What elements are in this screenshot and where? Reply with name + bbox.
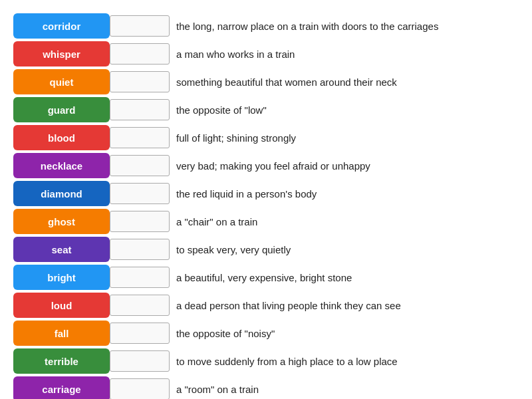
definition-row: the opposite of "noisy": [110, 321, 519, 346]
answer-input-7[interactable]: [110, 211, 170, 232]
word-tag-quiet[interactable]: quiet: [13, 69, 110, 94]
answer-input-12[interactable]: [110, 350, 170, 372]
definition-row: a "room" on a train: [110, 376, 519, 399]
definition-text: very bad; making you feel afraid or unha…: [176, 160, 370, 172]
definition-row: to move suddenly from a high place to a …: [110, 348, 519, 374]
definition-text: the opposite of "noisy": [176, 328, 275, 339]
definition-row: a "chair" on a train: [110, 209, 519, 234]
definition-text: to move suddenly from a high place to a …: [176, 356, 398, 367]
word-tag-whisper[interactable]: whisper: [13, 41, 110, 66]
definition-row: something beautiful that women around th…: [110, 69, 519, 94]
answer-input-11[interactable]: [110, 323, 170, 344]
word-tag-bright[interactable]: bright: [13, 265, 110, 290]
definition-text: a man who works in a train: [176, 49, 295, 60]
definition-row: very bad; making you feel afraid or unha…: [110, 153, 519, 178]
word-tag-seat[interactable]: seat: [13, 237, 110, 262]
definition-text: to speak very, very quietly: [176, 244, 291, 255]
definition-text: full of light; shining strongly: [176, 132, 296, 144]
definition-text: the opposite of "low": [176, 104, 267, 116]
definition-text: a beautiful, very expensive, bright ston…: [176, 272, 352, 283]
definition-row: the long, narrow place on a train with d…: [110, 13, 519, 39]
definition-row: a dead person that living people think t…: [110, 293, 519, 318]
word-tag-guard[interactable]: guard: [13, 97, 110, 122]
definition-row: full of light; shining strongly: [110, 125, 519, 150]
answer-input-10[interactable]: [110, 295, 170, 316]
word-tag-necklace[interactable]: necklace: [13, 153, 110, 178]
word-tag-ghost[interactable]: ghost: [13, 209, 110, 234]
word-tag-loud[interactable]: loud: [13, 293, 110, 318]
matching-exercise: corridorwhisperquietguardbloodnecklacedi…: [13, 13, 519, 399]
answer-input-5[interactable]: [110, 155, 170, 176]
definition-row: to speak very, very quietly: [110, 237, 519, 262]
word-tag-terrible[interactable]: terrible: [13, 348, 110, 374]
answer-input-4[interactable]: [110, 127, 170, 148]
answer-input-6[interactable]: [110, 183, 170, 204]
definition-text: the red liquid in a person's body: [176, 188, 317, 200]
word-tag-corridor[interactable]: corridor: [13, 13, 110, 39]
definition-text: a dead person that living people think t…: [176, 300, 401, 311]
definition-row: the opposite of "low": [110, 97, 519, 122]
answer-input-2[interactable]: [110, 71, 170, 92]
answer-input-8[interactable]: [110, 239, 170, 260]
answer-input-0[interactable]: [110, 15, 170, 37]
answer-input-13[interactable]: [110, 378, 170, 399]
answer-input-9[interactable]: [110, 267, 170, 288]
answer-input-1[interactable]: [110, 43, 170, 65]
definition-text: a "room" on a train: [176, 384, 259, 395]
word-tag-carriage[interactable]: carriage: [13, 376, 110, 399]
word-tag-diamond[interactable]: diamond: [13, 181, 110, 206]
definition-text: a "chair" on a train: [176, 216, 257, 227]
definition-text: something beautiful that women around th…: [176, 76, 397, 88]
word-tag-fall[interactable]: fall: [13, 321, 110, 346]
definition-text: the long, narrow place on a train with d…: [176, 21, 438, 32]
answer-input-3[interactable]: [110, 99, 170, 120]
definition-row: a beautiful, very expensive, bright ston…: [110, 265, 519, 290]
definition-row: a man who works in a train: [110, 41, 519, 66]
definition-row: the red liquid in a person's body: [110, 181, 519, 206]
definitions-column: the long, narrow place on a train with d…: [110, 13, 519, 399]
words-column: corridorwhisperquietguardbloodnecklacedi…: [13, 13, 110, 399]
word-tag-blood[interactable]: blood: [13, 125, 110, 150]
